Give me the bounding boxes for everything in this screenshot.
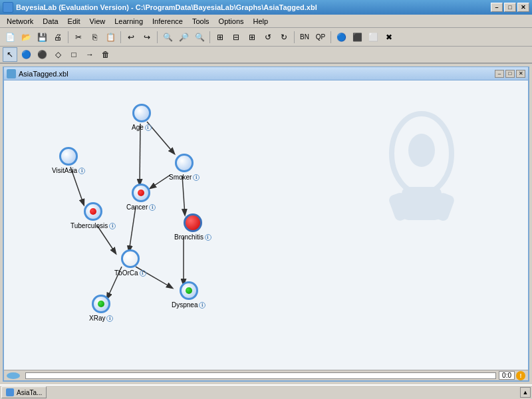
- node-dyspnea-label: Dyspnea ℹ: [172, 301, 205, 309]
- node-dyspnea[interactable]: Dyspnea ℹ: [172, 281, 205, 309]
- svg-line-10: [182, 176, 185, 215]
- layout1-button[interactable]: ⊟: [229, 30, 243, 45]
- coords-display: 0:0 !: [499, 371, 525, 380]
- node-bronchitis-info[interactable]: ℹ: [205, 234, 211, 241]
- node-cancer[interactable]: Cancer ℹ: [126, 184, 156, 211]
- main-wrapper: AsiaTagged.xbl – □ ✕: [0, 64, 532, 399]
- menu-edit[interactable]: Edit: [64, 16, 84, 27]
- document-title: AsiaTagged.xbl: [19, 70, 68, 78]
- zoom-out-button[interactable]: 🔍: [192, 30, 207, 45]
- doc-maximize-button[interactable]: □: [505, 70, 515, 78]
- title-bar-content: BayesiaLab (Evaluation Version) - C:\Pro…: [3, 2, 317, 13]
- node-smoker-info[interactable]: ℹ: [193, 174, 200, 181]
- rotate-right-button[interactable]: ↻: [277, 30, 291, 45]
- menu-tools[interactable]: Tools: [188, 16, 213, 27]
- node-age-label: Age ℹ: [132, 124, 152, 131]
- document-window: AsiaTagged.xbl – □ ✕: [3, 66, 529, 382]
- diamond-button[interactable]: ◇: [51, 47, 65, 62]
- new-button[interactable]: 📄: [3, 30, 17, 45]
- menu-view[interactable]: View: [86, 16, 110, 27]
- sep1: [68, 31, 68, 43]
- menu-inference[interactable]: Inference: [148, 16, 187, 27]
- node-tborca-circle: [121, 249, 140, 268]
- node-age[interactable]: Age ℹ: [132, 104, 152, 131]
- title-bar: BayesiaLab (Evaluation Version) - C:\Pro…: [0, 0, 532, 15]
- close-button[interactable]: ✕: [517, 3, 529, 12]
- delete-tool-button[interactable]: 🗑: [98, 47, 113, 62]
- minimize-button[interactable]: –: [491, 3, 503, 12]
- sep6: [331, 31, 331, 43]
- svg-line-12: [97, 225, 116, 253]
- doc-close-button[interactable]: ✕: [516, 70, 525, 78]
- node-smoker-circle: [175, 154, 194, 172]
- open-button[interactable]: 📂: [19, 30, 33, 45]
- svg-rect-4: [431, 192, 456, 222]
- node-dyspnea-info[interactable]: ℹ: [199, 302, 205, 309]
- sep5: [294, 31, 295, 43]
- grid-button[interactable]: ⊞: [213, 30, 227, 45]
- node-tuberculosis-label: Tuberculosis ℹ: [70, 222, 116, 229]
- sep2: [120, 31, 121, 43]
- arrow-tool-button[interactable]: →: [82, 47, 97, 62]
- svg-rect-2: [402, 187, 442, 220]
- save-button[interactable]: 💾: [35, 30, 49, 45]
- node-xray-circle: [92, 295, 110, 313]
- node-tuberculosis-info[interactable]: ℹ: [109, 223, 116, 229]
- node-age-info[interactable]: ℹ: [145, 124, 152, 131]
- coords-box: 0:0: [499, 371, 515, 380]
- redo-button[interactable]: ↪: [140, 30, 154, 45]
- document-title-bar: AsiaTagged.xbl – □ ✕: [4, 67, 528, 80]
- monitor1-button[interactable]: BN: [297, 30, 312, 45]
- node-visitasia-info[interactable]: ℹ: [78, 168, 85, 174]
- print-button[interactable]: 🖨: [51, 30, 65, 45]
- toolbar-main: 📄 📂 💾 🖨 ✂ ⎘ 📋 ↩ ↪ 🔍 🔎 🔍 ⊞ ⊟ ⊞ ↺ ↻ BN QP …: [0, 28, 532, 47]
- select1-button[interactable]: ⬜: [366, 30, 380, 45]
- node-bronchitis[interactable]: Bronchitis ℹ: [174, 213, 211, 241]
- undo-button[interactable]: ↩: [124, 30, 138, 45]
- rotate-left-button[interactable]: ↺: [261, 30, 275, 45]
- color1-button[interactable]: 🔵: [334, 30, 348, 45]
- node-tborca-info[interactable]: ℹ: [140, 270, 146, 277]
- document-controls[interactable]: – □ ✕: [495, 70, 525, 78]
- monitor2-button[interactable]: QP: [313, 30, 328, 45]
- node-smoker[interactable]: Smoker ℹ: [169, 154, 200, 181]
- graph-area[interactable]: Age ℹ VisitAsia ℹ Smoker: [4, 80, 528, 370]
- node-visitasia-label: VisitAsia ℹ: [52, 167, 85, 174]
- node-tuberculosis-circle: [84, 202, 102, 221]
- menu-network[interactable]: Network: [3, 16, 37, 27]
- menu-data[interactable]: Data: [39, 16, 62, 27]
- cut-button[interactable]: ✂: [71, 30, 86, 45]
- task-icon: [6, 388, 14, 396]
- circle2-button[interactable]: ⚫: [35, 47, 49, 62]
- select-arrow-button[interactable]: ↖: [3, 47, 17, 62]
- color2-button[interactable]: ⬛: [350, 30, 364, 45]
- node-xray-info[interactable]: ℹ: [106, 315, 113, 322]
- maximize-button[interactable]: □: [504, 3, 516, 12]
- menu-learning[interactable]: Learning: [110, 16, 147, 27]
- node-xray[interactable]: XRay ℹ: [89, 295, 113, 322]
- scroll-up-button[interactable]: ▲: [520, 387, 531, 398]
- node-cancer-circle: [132, 184, 150, 202]
- node-tuberculosis[interactable]: Tuberculosis ℹ: [70, 202, 116, 229]
- paste-button[interactable]: 📋: [103, 30, 118, 45]
- node-xray-label: XRay ℹ: [89, 315, 113, 322]
- layout2-button[interactable]: ⊞: [245, 30, 259, 45]
- svg-line-11: [129, 207, 136, 251]
- task-tab[interactable]: AsiaTa...: [1, 386, 47, 398]
- node-tborca[interactable]: TbOrCa ℹ: [114, 249, 146, 277]
- find-button[interactable]: 🔍: [160, 30, 175, 45]
- square-button[interactable]: □: [66, 47, 81, 62]
- zoom-in-button[interactable]: 🔎: [176, 30, 191, 45]
- progress-bar: [25, 372, 496, 379]
- document-icon: [7, 69, 16, 78]
- window-controls[interactable]: – □ ✕: [491, 3, 529, 12]
- menu-help[interactable]: Help: [249, 16, 273, 27]
- select2-button[interactable]: ✖: [382, 30, 396, 45]
- doc-minimize-button[interactable]: –: [495, 70, 504, 78]
- copy-button[interactable]: ⎘: [87, 30, 102, 45]
- node-cancer-info[interactable]: ℹ: [149, 204, 156, 211]
- circle1-button[interactable]: 🔵: [19, 47, 33, 62]
- node-visitasia[interactable]: VisitAsia ℹ: [52, 147, 85, 174]
- menu-options[interactable]: Options: [215, 16, 248, 27]
- taskbar: AsiaTa... ▲: [0, 384, 532, 399]
